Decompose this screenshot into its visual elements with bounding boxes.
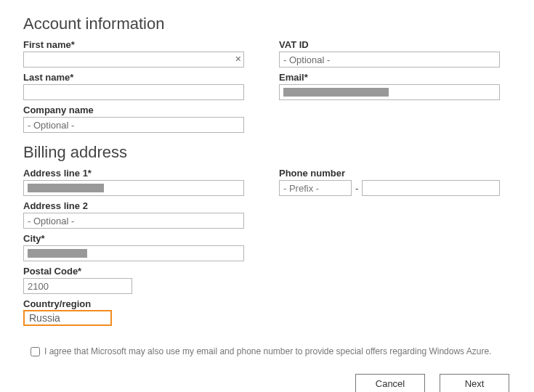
billing-section: Billing address Address line 1* Address … [23, 143, 514, 330]
vat-input[interactable] [279, 52, 500, 68]
vat-label: VAT ID [279, 39, 500, 50]
postal-label: Postal Code* [23, 266, 244, 277]
addr2-label: Address line 2 [23, 200, 244, 211]
clear-icon[interactable]: × [235, 54, 241, 64]
redacted-email [283, 88, 389, 97]
consent-text: I agree that Microsoft may also use my e… [44, 346, 491, 356]
country-select[interactable]: Russia [23, 310, 112, 326]
email-input[interactable] [279, 84, 500, 100]
consent-row: I agree that Microsoft may also use my e… [31, 346, 514, 356]
phone-number-input[interactable] [362, 180, 500, 196]
company-input[interactable] [23, 117, 244, 133]
city-input[interactable] [23, 245, 244, 261]
addr2-input[interactable] [23, 213, 244, 229]
first-name-label: First name* [23, 39, 244, 50]
next-button[interactable]: Next [440, 374, 509, 392]
consent-checkbox[interactable] [31, 347, 40, 356]
redacted-city [28, 249, 87, 258]
button-row: Cancel Next [23, 374, 514, 392]
addr1-input[interactable] [23, 180, 244, 196]
billing-heading: Billing address [23, 143, 514, 162]
company-label: Company name [23, 105, 244, 115]
city-label: City* [23, 233, 244, 244]
phone-prefix-input[interactable] [279, 180, 352, 196]
addr1-label: Address line 1* [23, 168, 244, 179]
last-name-input[interactable] [23, 84, 244, 100]
country-label: Country/region [23, 298, 244, 309]
first-name-input[interactable] [23, 52, 244, 68]
redacted-addr1 [28, 184, 104, 192]
phone-label: Phone number [279, 168, 500, 179]
email-label: Email* [279, 72, 500, 83]
postal-input[interactable] [23, 278, 132, 294]
account-heading: Account information [23, 15, 514, 33]
phone-dash: - [355, 183, 358, 194]
account-section: Account information First name* × Last n… [23, 15, 514, 137]
country-value: Russia [29, 312, 60, 324]
last-name-label: Last name* [23, 72, 244, 83]
cancel-button[interactable]: Cancel [355, 374, 425, 392]
